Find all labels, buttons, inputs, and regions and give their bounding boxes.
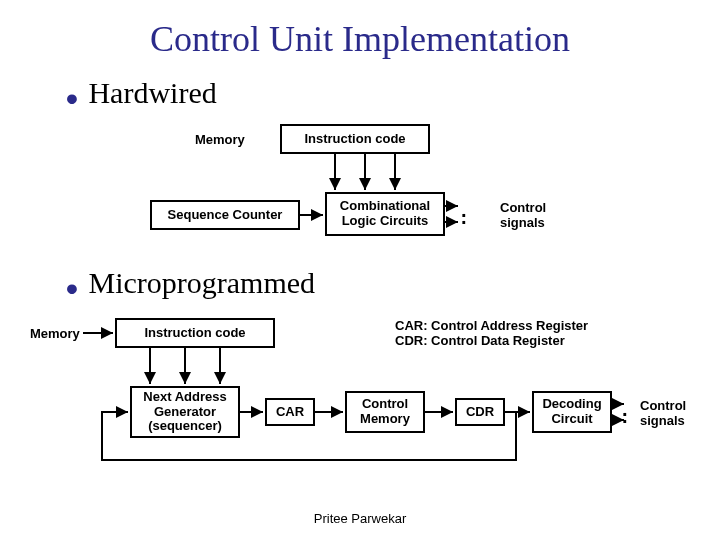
dots-icon: .. [622, 406, 628, 420]
micro-control-memory-box: Control Memory [345, 391, 425, 433]
page-title: Control Unit Implementation [0, 0, 720, 60]
micro-control-signals: Control signals [640, 398, 686, 428]
footer-author: Pritee Parwekar [0, 511, 720, 526]
micro-next-addr-box: Next Address Generator (sequencer) [130, 386, 240, 438]
hardwired-memory-label: Memory [195, 132, 245, 147]
bullet-icon: • [60, 269, 84, 308]
micro-car-box: CAR [265, 398, 315, 426]
hardwired-control-signals: Control signals [500, 200, 546, 230]
hardwired-instruction-code-box: Instruction code [280, 124, 430, 154]
micro-memory-label: Memory [30, 326, 80, 341]
micro-legend: CAR: Control Address Register CDR: Contr… [395, 318, 588, 348]
dots-icon: .. [461, 207, 467, 221]
hardwired-sequence-counter-box: Sequence Counter [150, 200, 300, 230]
bullet-icon: • [60, 79, 84, 118]
micro-cdr-box: CDR [455, 398, 505, 426]
hardwired-combinational-box: Combinational Logic Circuits [325, 192, 445, 236]
micro-instruction-code-box: Instruction code [115, 318, 275, 348]
section-microprogrammed: Microprogrammed [88, 266, 315, 299]
section-hardwired: Hardwired [88, 76, 216, 109]
micro-decoding-box: Decoding Circuit [532, 391, 612, 433]
